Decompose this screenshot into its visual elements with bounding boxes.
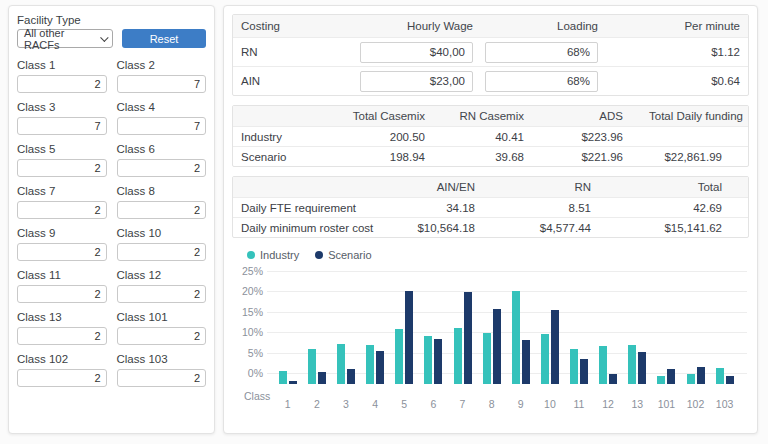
class-field-input[interactable] [117, 117, 207, 135]
gridline [267, 271, 747, 272]
x-axis-tick: 12 [593, 398, 623, 410]
class-field-input[interactable] [117, 75, 207, 93]
facility-type-select[interactable]: All other RACFs [17, 29, 113, 48]
class-field: Class 6 [117, 143, 207, 177]
class-field-input[interactable] [117, 369, 207, 387]
casemix-bar-chart: IndustryScenario Class 25%20%15%10%5%0%1… [232, 247, 749, 427]
bar-scenario-class-3 [347, 369, 355, 384]
class-input-grid: Class 1Class 2Class 3Class 4Class 5Class… [17, 59, 206, 395]
row-label: RN [233, 46, 343, 58]
legend-dot-icon [315, 251, 323, 259]
row-label: Daily FTE requirement [233, 202, 385, 214]
ain-loading-input[interactable] [485, 71, 598, 92]
total-casemix-header: Total Casemix [352, 110, 451, 122]
bar-industry-class-11 [570, 349, 578, 384]
bar-scenario-class-1 [289, 381, 297, 384]
rn-hourly-wage-input[interactable] [360, 42, 473, 63]
ain-hourly-wage-input[interactable] [360, 71, 473, 92]
gridline [267, 332, 747, 333]
loading-header: Loading [473, 20, 598, 32]
fte-ain-en: 34.18 [385, 202, 501, 214]
class-field-input[interactable] [117, 327, 207, 345]
class-field: Class 8 [117, 185, 207, 219]
class-field-input[interactable] [17, 159, 107, 177]
class-field-label: Class 13 [17, 311, 107, 323]
gridline [267, 312, 747, 313]
total-header: Total [617, 181, 748, 193]
class-field-input[interactable] [117, 285, 207, 303]
chart-legend: IndustryScenario [247, 249, 372, 261]
x-axis-title: Class [244, 390, 270, 402]
class-field: Class 12 [117, 269, 207, 303]
bar-industry-class-5 [395, 329, 403, 384]
bar-industry-class-4 [366, 345, 374, 384]
legend-dot-icon [247, 251, 255, 259]
casemix-header-row: Total Casemix RN Casemix ADS Total Daily… [233, 106, 748, 126]
y-axis-tick: 20% [232, 285, 263, 297]
legend-label: Scenario [328, 249, 371, 261]
class-field-label: Class 103 [117, 353, 207, 365]
y-axis-tick: 15% [232, 306, 263, 318]
class-field-label: Class 2 [117, 59, 207, 71]
bar-scenario-class-102 [697, 367, 705, 384]
row-label: Scenario [233, 151, 352, 163]
x-axis-tick: 103 [710, 398, 740, 410]
legend-item-scenario[interactable]: Scenario [315, 249, 371, 261]
class-field-input[interactable] [117, 201, 207, 219]
class-field-input[interactable] [117, 243, 207, 261]
rn-loading-input[interactable] [485, 42, 598, 63]
class-field-label: Class 10 [117, 227, 207, 239]
class-field-label: Class 6 [117, 143, 207, 155]
class-field: Class 7 [17, 185, 107, 219]
class-field-label: Class 7 [17, 185, 107, 197]
casemix-row-industry: Industry 200.50 40.41 $223.96 [233, 126, 748, 146]
reset-button[interactable]: Reset [122, 29, 206, 48]
fte-table: AIN/EN RN Total Daily FTE requirement 34… [232, 176, 749, 238]
costing-row-ain: AIN $0.64 [233, 66, 748, 95]
total-daily-funding-header: Total Daily funding [649, 110, 748, 122]
x-axis-tick: 10 [535, 398, 565, 410]
class-field-label: Class 101 [117, 311, 207, 323]
class-field-input[interactable] [17, 327, 107, 345]
legend-label: Industry [260, 249, 299, 261]
row-label: Industry [233, 131, 352, 143]
fte-header-row: AIN/EN RN Total [233, 177, 748, 197]
industry-rn-casemix: 40.41 [451, 131, 550, 143]
x-axis-tick: 4 [360, 398, 390, 410]
bar-industry-class-3 [337, 344, 345, 384]
class-field-label: Class 11 [17, 269, 107, 281]
class-field-input[interactable] [17, 369, 107, 387]
x-axis-tick: 8 [477, 398, 507, 410]
results-panel: Costing Hourly Wage Loading Per minute R… [223, 5, 758, 434]
class-field-input[interactable] [17, 75, 107, 93]
bar-industry-class-101 [657, 376, 665, 384]
facility-row: All other RACFs Reset [17, 29, 206, 48]
cost-rn: $4,577.44 [501, 222, 617, 234]
bar-industry-class-8 [483, 333, 491, 384]
rn-per-minute: $1.12 [598, 46, 748, 58]
class-field-label: Class 3 [17, 101, 107, 113]
scenario-total-casemix: 198.94 [352, 151, 451, 163]
class-field: Class 13 [17, 311, 107, 345]
bar-scenario-class-12 [609, 374, 617, 384]
ads-header: ADS [550, 110, 649, 122]
x-axis-tick: 1 [273, 398, 303, 410]
bar-scenario-class-8 [493, 309, 501, 384]
x-axis-tick: 101 [651, 398, 681, 410]
class-field-input[interactable] [17, 243, 107, 261]
casemix-row-scenario: Scenario 198.94 39.68 $221.96 $22,861.99 [233, 146, 748, 166]
x-axis-tick: 3 [331, 398, 361, 410]
bar-scenario-class-6 [434, 339, 442, 384]
class-field: Class 103 [117, 353, 207, 387]
fte-rn: 8.51 [501, 202, 617, 214]
legend-item-industry[interactable]: Industry [247, 249, 299, 261]
industry-total-casemix: 200.50 [352, 131, 451, 143]
class-field-input[interactable] [117, 159, 207, 177]
class-field-input[interactable] [17, 117, 107, 135]
costing-table: Costing Hourly Wage Loading Per minute R… [232, 14, 749, 96]
class-field-input[interactable] [17, 285, 107, 303]
class-field: Class 1 [17, 59, 107, 93]
class-field-label: Class 102 [17, 353, 107, 365]
x-axis-tick: 13 [622, 398, 652, 410]
class-field-input[interactable] [17, 201, 107, 219]
